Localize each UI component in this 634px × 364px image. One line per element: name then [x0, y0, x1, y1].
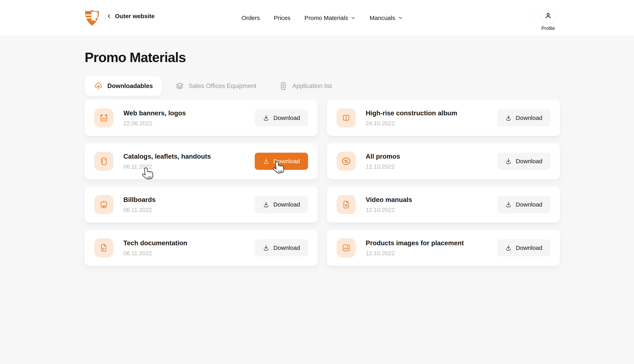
page-title: Promo Materials	[85, 50, 186, 65]
user-icon	[544, 12, 552, 20]
top-bar: Outer website Orders Prices Promo Materi…	[0, 0, 634, 36]
header-divider	[158, 12, 158, 24]
card-date: 24.10.2022	[366, 120, 457, 127]
card-video-manuals[interactable]: Video manuals 12.10.2022 Download	[327, 186, 560, 222]
card-date: 06.11.2022	[123, 250, 187, 257]
download-icon	[263, 244, 270, 251]
download-button[interactable]: Download	[497, 153, 550, 170]
list-icon	[279, 82, 288, 90]
card-billboards[interactable]: Billboards 06.11.2022 Download	[85, 186, 318, 222]
card-title: Tech documentation	[123, 239, 187, 247]
card-title: Products images for placement	[366, 239, 464, 247]
card-products-images[interactable]: Products images for placement 12.10.2022…	[327, 230, 560, 266]
download-icon	[505, 244, 512, 251]
nav-item-prices[interactable]: Prices	[274, 14, 290, 21]
download-icon	[505, 158, 512, 165]
main-nav: Orders Prices Promo Materials Mancuals	[242, 0, 403, 36]
card-date: 06.11.2022	[123, 164, 211, 170]
document-icon	[99, 243, 108, 252]
easel-icon	[99, 200, 108, 209]
download-button[interactable]: Download	[255, 109, 308, 126]
download-button[interactable]: Download	[255, 239, 308, 256]
chevron-down-icon	[398, 16, 403, 20]
profile-button[interactable]: Profile	[540, 8, 557, 31]
card-title: Catalogs, leaflets, handouts	[123, 153, 211, 160]
card-date: 12.10.2022	[366, 207, 412, 213]
card-tech-documentation[interactable]: Tech documentation 06.11.2022 Download	[85, 230, 318, 266]
download-button[interactable]: Download	[497, 196, 550, 213]
tab-application-list[interactable]: Application list	[270, 76, 341, 96]
download-button[interactable]: Download	[497, 109, 550, 126]
card-title: All promos	[366, 153, 400, 160]
card-web-banners[interactable]: Web banners, logos 22.08.2022 Download	[85, 100, 318, 136]
layers-icon	[175, 82, 184, 90]
nav-item-orders[interactable]: Orders	[242, 14, 260, 21]
card-title: Billboards	[123, 196, 156, 204]
card-all-promos[interactable]: All promos 12.10.2022 Download	[327, 143, 560, 179]
back-button[interactable]: Outer website	[106, 13, 154, 20]
banner-icon	[99, 113, 108, 122]
card-date: 22.08.2022	[123, 120, 186, 127]
card-title: High-rise construction album	[366, 109, 457, 117]
open-book-icon	[342, 113, 351, 122]
nav-item-mancuals[interactable]: Mancuals	[370, 14, 403, 21]
profile-avatar	[540, 8, 556, 23]
back-label: Outer website	[115, 13, 154, 20]
download-icon	[263, 201, 270, 208]
chevron-left-icon	[106, 14, 112, 19]
card-catalogs-leaflets[interactable]: Catalogs, leaflets, handouts 06.11.2022 …	[85, 143, 318, 179]
download-icon	[263, 114, 270, 121]
download-icon	[505, 201, 512, 208]
download-button[interactable]: Download	[497, 239, 550, 256]
download-button[interactable]: Download	[255, 153, 308, 170]
tabs: Downloadables Sales Offices Equipment Ap…	[85, 76, 341, 96]
card-date: 12.10.2022	[366, 250, 464, 257]
download-button[interactable]: Download	[255, 196, 308, 213]
catalog-icon	[99, 157, 108, 166]
downloadables-list: Web banners, logos 22.08.2022 Download H…	[85, 100, 560, 266]
download-icon	[505, 114, 512, 121]
download-icon	[263, 158, 270, 165]
cloud-upload-icon	[94, 82, 103, 90]
chevron-down-icon	[351, 16, 356, 20]
card-high-rise-album[interactable]: High-rise construction album 24.10.2022 …	[327, 100, 560, 136]
card-date: 12.10.2022	[366, 164, 400, 170]
card-title: Video manuals	[366, 196, 412, 204]
card-title: Web banners, logos	[123, 109, 186, 117]
profile-label: Profile	[542, 26, 555, 31]
promo-badge-icon	[342, 157, 351, 166]
card-date: 06.11.2022	[123, 207, 156, 213]
video-file-icon	[342, 200, 351, 209]
image-icon	[342, 243, 351, 252]
nav-item-promo-materials[interactable]: Promo Materials	[304, 14, 356, 21]
tab-downloadables[interactable]: Downloadables	[85, 76, 162, 96]
tab-sales-offices-equipment[interactable]: Sales Offices Equipment	[166, 76, 266, 96]
shield-logo-icon	[85, 10, 100, 26]
